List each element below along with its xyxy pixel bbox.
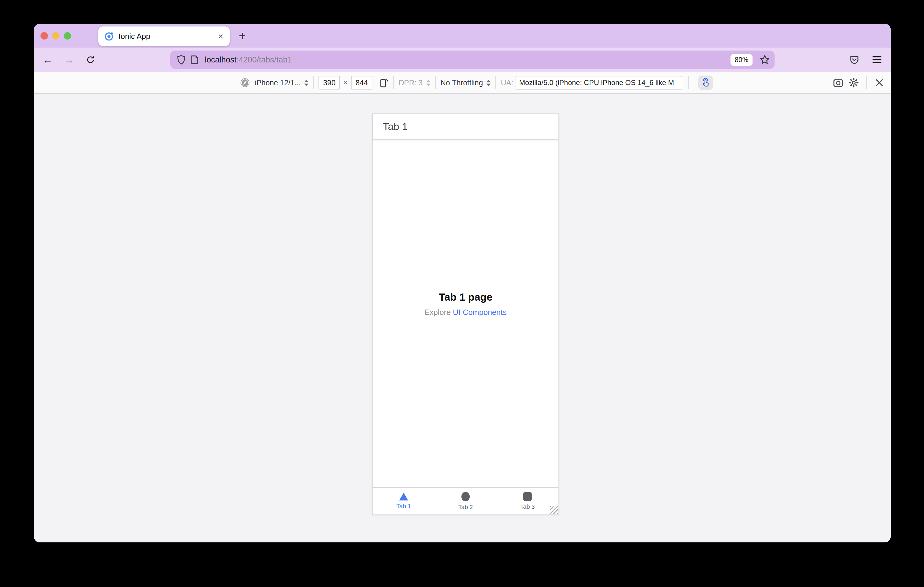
- app-page-content: Tab 1 page Explore UI Components: [373, 140, 558, 487]
- explore-text: Explore: [424, 308, 453, 317]
- page-center-block: Tab 1 page Explore UI Components: [373, 291, 558, 317]
- device-selector[interactable]: iPhone 12/1...: [255, 79, 301, 87]
- dpr-stepper-icon: [426, 80, 431, 86]
- zoom-level-badge[interactable]: 80%: [731, 54, 752, 66]
- tab-button-tab1[interactable]: Tab 1: [373, 488, 435, 515]
- pocket-icon[interactable]: [846, 51, 863, 69]
- forward-button[interactable]: →: [60, 51, 78, 69]
- close-window-button[interactable]: [41, 32, 48, 39]
- rdm-content-area: Tab 1 Tab 1 page Explore UI Components T…: [34, 94, 891, 543]
- bookmark-star-icon[interactable]: [760, 55, 770, 65]
- ellipse-icon: [461, 492, 470, 501]
- throttling-selector[interactable]: No Throttling: [441, 79, 483, 87]
- tab-strip: Ionic App × +: [34, 24, 891, 48]
- touch-simulation-toggle[interactable]: [698, 76, 713, 90]
- new-tab-button[interactable]: +: [234, 28, 250, 43]
- viewport-width-input[interactable]: [318, 76, 340, 89]
- dpr-selector[interactable]: DPR: 3: [399, 79, 423, 87]
- browser-window: Ionic App × + ← →: [34, 24, 891, 543]
- viewport-resize-handle[interactable]: [550, 506, 558, 514]
- tab-title: Ionic App: [119, 32, 216, 41]
- touch-hand-icon: [701, 78, 710, 87]
- tab-label: Tab 2: [459, 504, 473, 511]
- throttling-stepper-icon[interactable]: [487, 80, 490, 86]
- app-tab-bar: Tab 1 Tab 2 Tab 3: [373, 487, 558, 515]
- dimension-separator: ×: [343, 79, 347, 87]
- rdm-close-icon[interactable]: [871, 75, 887, 90]
- url-text: localhost:4200/tabs/tab1: [205, 55, 731, 64]
- tab-label: Tab 1: [396, 503, 411, 510]
- ua-label: UA:: [501, 79, 513, 87]
- minimize-window-button[interactable]: [52, 32, 59, 39]
- screen: Ionic App × + ← →: [0, 0, 924, 587]
- zoom-window-button[interactable]: [64, 32, 71, 39]
- tab-close-icon[interactable]: ×: [216, 31, 225, 41]
- page-info-icon[interactable]: [190, 55, 199, 64]
- shield-icon[interactable]: [177, 55, 186, 65]
- hamburger-icon: [873, 56, 881, 63]
- app-header-title: Tab 1: [383, 121, 408, 132]
- square-icon: [523, 492, 532, 501]
- rotate-viewport-icon[interactable]: [378, 77, 388, 88]
- tab-label: Tab 3: [520, 503, 535, 510]
- reload-button[interactable]: [82, 51, 99, 69]
- tab-button-tab2[interactable]: Tab 2: [435, 488, 497, 515]
- navigation-toolbar: ← → lo: [34, 48, 891, 72]
- triangle-icon: [399, 493, 408, 500]
- url-path: :4200/tabs/tab1: [237, 55, 292, 64]
- rdm-left-controls: iPhone 12/1... × DPR: 3 No Throttl: [240, 72, 713, 94]
- app-header: Tab 1: [373, 113, 558, 140]
- tab-button-tab3[interactable]: Tab 3: [497, 488, 558, 515]
- ui-components-link[interactable]: UI Components: [453, 308, 507, 317]
- url-bar[interactable]: localhost:4200/tabs/tab1 80%: [170, 51, 775, 69]
- page-subtitle: Explore UI Components: [373, 308, 558, 317]
- device-viewport: Tab 1 Tab 1 page Explore UI Components T…: [373, 113, 558, 515]
- rdm-right-controls: [830, 72, 887, 94]
- window-controls: [41, 32, 71, 39]
- ionic-logo-icon: [104, 31, 114, 41]
- menu-button[interactable]: [869, 51, 885, 69]
- rdm-toolbar: iPhone 12/1... × DPR: 3 No Throttl: [34, 72, 891, 94]
- viewport-height-input[interactable]: [351, 76, 372, 89]
- url-host: localhost: [205, 55, 237, 64]
- user-agent-input[interactable]: [516, 76, 682, 89]
- page-title: Tab 1 page: [373, 291, 558, 303]
- rdm-settings-gear-icon[interactable]: [846, 75, 861, 90]
- browser-compass-icon: [240, 77, 250, 88]
- back-button[interactable]: ←: [39, 51, 56, 69]
- browser-tab[interactable]: Ionic App ×: [98, 26, 230, 46]
- screenshot-camera-icon[interactable]: [830, 75, 846, 90]
- device-selector-stepper-icon[interactable]: [304, 80, 309, 86]
